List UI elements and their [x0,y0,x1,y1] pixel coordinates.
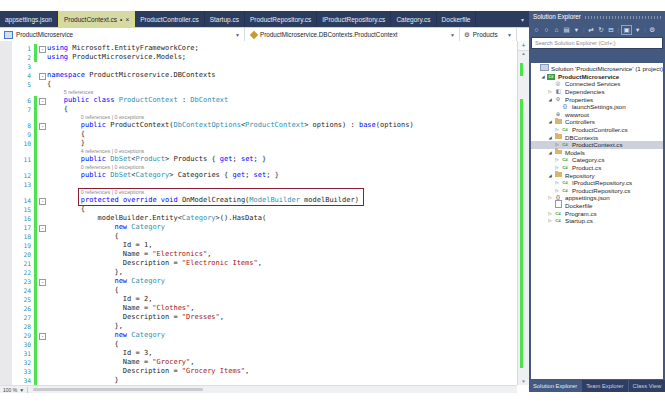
collapse-region-icon[interactable]: - [39,333,46,340]
breakpoint-cell[interactable] [0,286,12,295]
breakpoint-cell[interactable] [0,367,12,376]
breakpoint-cell[interactable] [0,259,12,268]
tab-productcontroller-cs[interactable]: ProductController.cs [135,11,205,27]
refresh-icon[interactable]: ↻ [597,26,606,34]
search-input[interactable]: Search Solution Explorer (Ctrl+;) [531,37,663,49]
collapse-all-icon[interactable]: ⊟ [607,26,616,34]
tree-item-iproductrepository-cs[interactable]: ▷C#IProductRepository.cs [531,179,663,187]
collapse-region-icon[interactable]: - [39,279,46,286]
collapse-region-icon[interactable]: - [39,198,46,205]
tree-item-launchsettings-json[interactable]: {}launchSettings.json [531,103,663,111]
codelens-text[interactable]: 4 references | 0 exceptions [47,148,144,155]
collapse-region-icon[interactable]: - [39,98,46,105]
tree-item-dependencies[interactable]: ▷◧Dependencies [531,88,663,96]
breakpoint-cell[interactable] [0,62,12,71]
tree-item-controllers[interactable]: ◢Controllers [531,118,663,126]
code-editor[interactable]: 1-using Microsoft.EntityFrameworkCore;2u… [0,41,517,385]
bottom-tab-team-explorer[interactable]: Team Explorer [582,380,627,392]
codelens-text[interactable]: 0 references | 0 exceptions [47,114,144,121]
project-dropdown[interactable]: ProductMicroservice ▼ [0,28,245,41]
breakpoint-cell[interactable] [0,71,12,80]
horizontal-scrollbar-thumb[interactable] [33,388,203,391]
tree-item-dbcontexts[interactable]: ◢DBContexts [531,133,663,141]
collapse-region-icon[interactable]: - [39,123,46,130]
breakpoint-cell[interactable] [0,214,12,223]
breakpoint-cell[interactable] [0,277,12,286]
breakpoint-cell[interactable] [0,376,12,385]
bottom-tab-solution-explorer[interactable]: Solution Explorer [529,380,581,392]
tab-overflow-icon[interactable]: ▾ [516,16,529,23]
breakpoint-cell[interactable] [0,180,12,189]
breakpoint-cell[interactable] [0,130,12,139]
breakpoint-cell[interactable] [0,155,12,164]
breakpoint-cell[interactable] [0,114,12,121]
tab-appsettings-json[interactable]: appsettings.json [0,11,58,27]
breakpoint-cell[interactable] [0,268,12,277]
filter-dropdown-icon[interactable]: ▾ [633,26,642,34]
member-dropdown[interactable]: ⚙ Products ▼ [460,28,517,41]
tree-item-productcontext-cs[interactable]: ▷C#ProductContext.cs [531,141,663,149]
breakpoint-cell[interactable] [0,121,12,130]
tree-item-models[interactable]: ◢Models [531,149,663,157]
collapse-region-icon[interactable]: - [39,46,46,53]
zoom-control[interactable]: 100 % ▼ [0,387,28,393]
breakpoint-cell[interactable] [0,322,12,331]
breakpoint-cell[interactable] [0,189,12,196]
split-window-button[interactable]: + [518,41,529,51]
breakpoint-cell[interactable] [0,340,12,349]
tree-item-solution-productmicroservice-1-project-[interactable]: Solution 'ProductMicroservice' (1 projec… [531,65,663,73]
tree-item-connected-services[interactable]: ◎Connected Services [531,80,663,88]
codelens-text[interactable]: 5 references [47,89,93,96]
home-icon[interactable]: ⌂ [552,26,561,33]
properties-icon[interactable]: ⚙ [648,26,657,34]
breakpoint-cell[interactable] [0,250,12,259]
scroll-down-arrow-icon[interactable]: ▼ [518,379,529,385]
type-dropdown[interactable]: ProductMicroservice.DBContexts.ProductCo… [245,28,460,41]
breakpoint-cell[interactable] [0,295,12,304]
breakpoint-cell[interactable] [0,205,12,214]
codelens-text[interactable]: 0 references | 0 exceptions [47,189,144,196]
collapse-region-icon[interactable]: - [39,225,46,232]
breakpoint-cell[interactable] [0,139,12,148]
breakpoint-cell[interactable] [0,313,12,322]
tree-item-wwwroot[interactable]: ⊕wwwroot [531,111,663,119]
pin-icon[interactable]: • [120,17,122,23]
breakpoint-cell[interactable] [0,148,12,155]
collapse-region-icon[interactable]: - [39,73,46,80]
tree-item-program-cs[interactable]: ▷C#Program.cs [531,209,663,217]
breakpoint-cell[interactable] [0,223,12,232]
switch-views-icon[interactable]: ▤ [562,26,571,34]
breakpoint-cell[interactable] [0,241,12,250]
tab-startup-cs[interactable]: Startup.cs [205,11,245,27]
scrollbar-track[interactable] [518,57,529,378]
breakpoint-cell[interactable] [0,304,12,313]
tree-item-repository[interactable]: ◢Repository [531,171,663,179]
breakpoint-cell[interactable] [0,96,12,105]
breakpoint-cell[interactable] [0,171,12,180]
back-icon[interactable]: ○ [532,26,541,33]
editor-vertical-scrollbar[interactable]: + ▲ ▼ [517,41,529,385]
tree-item-appsettings-json[interactable]: ▷{}appsettings.json [531,194,663,202]
forward-icon[interactable]: ○ [542,26,551,33]
tree-item-properties[interactable]: ◢⚙Properties [531,95,663,103]
breakpoint-cell[interactable] [0,232,12,241]
tree-item-productmicroservice[interactable]: ◢C#ProductMicroservice [531,73,663,81]
tree-item-startup-cs[interactable]: ▷C#Startup.cs [531,217,663,225]
switch-views-dropdown-icon[interactable]: ▾ [572,26,581,34]
close-icon[interactable]: × [125,17,129,23]
tree-item-dockerfile[interactable]: Dockerfile [531,202,663,210]
tab-productcontext-cs[interactable]: ProductContext.cs•× [58,11,135,27]
tab-dockerfile[interactable]: Dockerfile [437,11,477,27]
tab-iproductrepository-cs[interactable]: IProductRepository.cs [317,11,391,27]
bottom-tab-class-view[interactable]: Class View [629,380,665,392]
tab-category-cs[interactable]: Category.cs [391,11,436,27]
breakpoint-cell[interactable] [0,53,12,62]
breakpoint-cell[interactable] [0,196,12,205]
breakpoint-cell[interactable] [0,89,12,96]
breakpoint-cell[interactable] [0,164,12,171]
breakpoint-cell[interactable] [0,349,12,358]
tab-productrepository-cs[interactable]: ProductRepository.cs [245,11,317,27]
tree-item-product-cs[interactable]: ▷C#Product.cs [531,164,663,172]
show-all-files-icon[interactable]: ▣ [621,25,632,35]
sync-with-active-document-icon[interactable]: ⇄ [587,26,596,34]
